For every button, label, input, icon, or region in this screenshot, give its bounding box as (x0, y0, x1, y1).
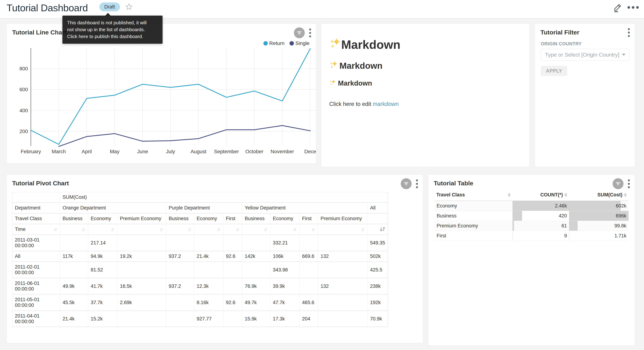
sort-toggle-icon[interactable]: ↓↑ (264, 226, 268, 232)
pivot-cell: 669.6 (300, 251, 318, 262)
pivot-cell: 16.5k (117, 278, 166, 295)
sort-toggle-icon[interactable]: ↓↑ (361, 226, 365, 232)
pivot-cell (300, 278, 318, 295)
table-panel-title: Tutorial Table (434, 180, 473, 187)
sort-toggle-icon[interactable]: ↓↑ (160, 226, 164, 232)
pivot-cell: 92.6 (223, 251, 242, 262)
column-header-count[interactable]: COUNT(*) (512, 189, 569, 201)
sort-toggle-icon[interactable]: ↓↑ (217, 226, 220, 232)
pivot-group-header: Yellow Department (242, 203, 368, 214)
pivot-total-cell: 549.35 (368, 235, 388, 251)
sort-caret-icon[interactable] (564, 193, 567, 197)
sparkles-icon (329, 79, 336, 88)
pivot-col-header: First (223, 214, 242, 224)
pivot-sorter-cell: ↓↑ (166, 224, 194, 235)
pivot-cell: 937.2 (166, 278, 194, 295)
kebab-menu-icon[interactable] (628, 28, 630, 38)
x-axis-tick-label: November (270, 149, 294, 154)
pivot-cell: 15.9k (242, 311, 270, 327)
sort-toggle-icon[interactable]: ↓↑ (54, 226, 57, 232)
pivot-row-label: All (12, 251, 60, 262)
markdown-h1-text: Markdown (341, 38, 400, 52)
favorite-star-icon[interactable] (125, 3, 133, 10)
y-axis-tick-label: 800 (20, 66, 28, 72)
pivot-data-row: 2011-03-01 00:00:00217.14332.21549.35 (12, 235, 388, 251)
sort-toggle-icon[interactable]: ↓↑ (188, 226, 192, 232)
sort-caret-icon[interactable] (508, 193, 511, 197)
more-options-icon[interactable] (627, 6, 639, 10)
markdown-body: Markdown Markdown Markdown Click here to… (329, 30, 522, 107)
table-row: Premium Economy6199.8k (434, 221, 628, 231)
filter-badge-icon[interactable] (612, 178, 624, 189)
tooltip-line: not show up in the list of dashboards. (67, 26, 158, 33)
pivot-cell (166, 262, 194, 278)
sort-toggle-icon[interactable]: ↓↑ (82, 226, 86, 232)
pivot-sorter-cell: ↓↑ (117, 224, 166, 235)
legend-item-single[interactable]: Single (290, 40, 310, 46)
pivot-cell: 21.4k (194, 251, 223, 262)
markdown-h1: Markdown (329, 38, 522, 52)
sort-desc-icon[interactable] (380, 227, 385, 232)
filter-panel-actions (628, 28, 630, 38)
table-panel-actions (612, 178, 630, 189)
sort-caret-icon[interactable] (624, 193, 627, 197)
kebab-menu-icon[interactable] (628, 179, 630, 189)
pivot-cell: 17.3k (270, 311, 300, 327)
pivot-dimension-label: Travel Class (12, 214, 60, 224)
cell-bar (569, 231, 569, 241)
pivot-sorter-cell (368, 224, 388, 235)
kebab-menu-icon[interactable] (416, 179, 418, 189)
filter-badge-icon[interactable] (401, 178, 412, 189)
pivot-cell (194, 235, 223, 251)
column-header-travel-class[interactable]: Travel Class (434, 189, 512, 201)
tooltip-arrow (105, 13, 111, 16)
pivot-cell (223, 235, 242, 251)
pivot-cell (166, 235, 194, 251)
pivot-cell (166, 295, 194, 311)
pivot-data-row: 2011-04-01 00:00:0021.4k15.2k927.7715.9k… (12, 311, 388, 327)
edit-dashboard-icon[interactable] (613, 2, 622, 12)
pivot-cell: 92.6 (223, 295, 242, 311)
pivot-col-header: Economy (194, 214, 223, 224)
pivot-total-cell: 70.9k (368, 311, 388, 327)
series-line-single[interactable] (59, 126, 310, 146)
legend-dot-return (264, 41, 268, 46)
pivot-cell: 2.69k (117, 295, 166, 311)
line-chart-svg: 200400600800FebruaryMarchAprilMayJuneJul… (12, 47, 316, 158)
pivot-col-header: Business (60, 214, 88, 224)
pivot-row-label: 2011-06-01 00:00:00 (12, 278, 60, 295)
data-table: Travel ClassCOUNT(*)SUM(Cost)Economy2.46… (434, 189, 628, 241)
pivot-cell (242, 235, 270, 251)
kebab-menu-icon[interactable] (309, 28, 311, 38)
sort-toggle-icon[interactable]: ↓↑ (312, 226, 315, 232)
pivot-cell (60, 262, 88, 278)
cell-bar (512, 211, 522, 221)
sort-toggle-icon[interactable]: ↓↑ (293, 226, 297, 232)
column-header-sum-cost[interactable]: SUM(Cost) (569, 189, 628, 201)
pivot-col-header (368, 214, 388, 224)
pivot-chart-title: Tutorial Pivot Chart (12, 180, 69, 187)
sort-toggle-icon[interactable]: ↓↑ (111, 226, 115, 232)
markdown-edit-link[interactable]: markdown (373, 101, 399, 107)
cell-bar (512, 231, 513, 241)
pivot-cell: 94.9k (88, 251, 117, 262)
header-actions (613, 2, 639, 12)
cell-count: 2.46k (512, 201, 569, 211)
pivot-measure-label: SUM(Cost) (60, 192, 388, 203)
pivot-chart-panel: Tutorial Pivot Chart SUM(Cost)Department… (6, 174, 423, 343)
pivot-time-label: Time↓↑ (12, 224, 60, 235)
pivot-cell (117, 235, 166, 251)
origin-country-select[interactable]: Type or Select [Origin Country] (541, 49, 629, 61)
legend-item-return[interactable]: Return (264, 40, 284, 46)
pivot-sorter-row: Time↓↑↓↑↓↑↓↑↓↑↓↑↓↑↓↑↓↑↓↑↓↑ (12, 224, 388, 235)
pivot-cell: 217.14 (88, 235, 117, 251)
cell-bar (569, 221, 578, 231)
draft-badge[interactable]: Draft (100, 2, 120, 11)
sort-toggle-icon[interactable]: ↓↑ (236, 226, 240, 232)
pivot-cell: 12.3k (194, 278, 223, 295)
pivot-cell: 15.2k (88, 311, 117, 327)
pivot-cell (60, 235, 88, 251)
filter-badge-icon[interactable] (294, 28, 305, 38)
table-row: Business420696k (434, 211, 628, 221)
apply-button[interactable]: APPLY (541, 66, 567, 76)
